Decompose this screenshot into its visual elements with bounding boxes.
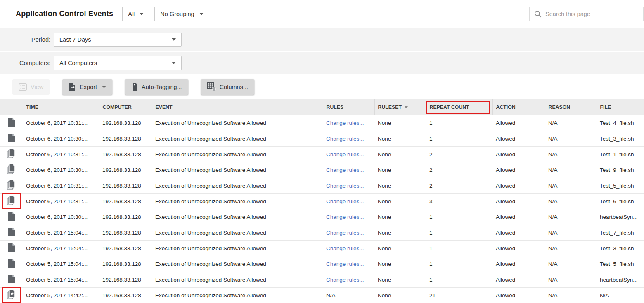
period-select[interactable]: Last 7 Days — [54, 33, 182, 47]
event-cell: Execution of Unrecognized Software Allow… — [152, 287, 323, 303]
event-icon-box — [3, 257, 20, 271]
period-value: Last 7 Days — [59, 36, 91, 43]
grouping-dropdown[interactable]: No Grouping — [154, 7, 209, 21]
reason-cell: N/A — [545, 131, 597, 146]
event-row[interactable]: October 5, 2017 15:04:...192.168.33.128E… — [0, 272, 644, 287]
columns-button[interactable]: Columns... — [201, 79, 254, 95]
time-cell: October 5, 2017 15:04:... — [23, 272, 99, 287]
sort-descending-icon — [405, 106, 408, 108]
column-header-event[interactable]: EVENT — [152, 99, 323, 115]
file-cell: Test_3_file.sh — [597, 240, 644, 256]
column-header-computer[interactable]: COMPUTER — [99, 99, 152, 115]
rules-cell: Change rules... — [323, 225, 374, 240]
change-rules-link[interactable]: Change rules... — [326, 198, 364, 204]
time-cell: October 6, 2017 10:30:... — [23, 162, 99, 178]
repeat-count-cell: 1 — [426, 225, 492, 240]
reason-cell: N/A — [545, 209, 597, 225]
auto-tagging-button-label: Auto-Tagging... — [142, 84, 182, 90]
event-row[interactable]: October 5, 2017 14:42:...192.168.33.128E… — [0, 287, 644, 303]
event-cell: Execution of Unrecognized Software Allow… — [152, 240, 323, 256]
file-cell: heartbeatSyn... — [597, 209, 644, 225]
event-icon-box — [3, 116, 20, 130]
computer-cell: 192.168.33.128 — [99, 193, 152, 209]
chevron-down-icon — [172, 62, 176, 64]
ruleset-cell: None — [374, 131, 426, 146]
event-cell: Execution of Unrecognized Software Allow… — [152, 209, 323, 225]
event-icon-cell — [0, 256, 23, 272]
event-row[interactable]: October 5, 2017 15:04:...192.168.33.128E… — [0, 256, 644, 272]
column-header-label: COMPUTER — [103, 104, 132, 110]
event-row[interactable]: October 5, 2017 15:04:...192.168.33.128E… — [0, 225, 644, 240]
event-row[interactable]: October 6, 2017 10:30:...192.168.33.128E… — [0, 131, 644, 146]
event-icon-box — [3, 241, 20, 255]
export-document-icon — [69, 83, 76, 91]
change-rules-link[interactable]: Change rules... — [326, 120, 364, 126]
change-rules-link[interactable]: Change rules... — [326, 214, 364, 220]
column-header-action[interactable]: ACTION — [492, 99, 545, 115]
annotation-box-row-icon — [3, 288, 20, 302]
event-icon-box — [3, 225, 20, 240]
page-title: Application Control Events — [16, 9, 113, 18]
ruleset-cell: None — [374, 178, 426, 193]
column-header-label: REASON — [549, 104, 571, 110]
event-row[interactable]: October 6, 2017 10:31:...192.168.33.128E… — [0, 115, 644, 131]
ruleset-cell: None — [374, 193, 426, 209]
reason-cell: N/A — [545, 193, 597, 209]
time-cell: October 5, 2017 14:42:... — [23, 287, 99, 303]
change-rules-link[interactable]: Change rules... — [326, 245, 364, 251]
event-row[interactable]: October 6, 2017 10:30:...192.168.33.128E… — [0, 209, 644, 225]
change-rules-link[interactable]: Change rules... — [326, 277, 364, 283]
change-rules-link[interactable]: Change rules... — [326, 230, 364, 236]
file-cell: Test_6_file.sh — [597, 193, 644, 209]
column-header-label: RULES — [327, 104, 344, 110]
column-header-time[interactable]: TIME — [23, 99, 99, 115]
computer-cell: 192.168.33.128 — [99, 256, 152, 272]
ruleset-cell: None — [374, 209, 426, 225]
icon-column-header — [0, 99, 23, 115]
search-input[interactable] — [545, 11, 639, 17]
reason-cell: N/A — [545, 272, 597, 287]
column-header-label: EVENT — [156, 104, 173, 110]
action-cell: Allowed — [492, 146, 545, 162]
computer-cell: 192.168.33.128 — [99, 162, 152, 178]
column-header-repeat_count[interactable]: REPEAT COUNT — [426, 99, 492, 115]
change-rules-link[interactable]: Change rules... — [326, 183, 364, 189]
column-header-file[interactable]: FILE — [597, 99, 644, 115]
column-header-rules[interactable]: RULES — [323, 99, 374, 115]
severity-filter-dropdown[interactable]: All — [122, 7, 149, 21]
change-rules-link[interactable]: Change rules... — [326, 167, 364, 173]
page-search[interactable] — [529, 7, 644, 21]
export-button[interactable]: Export — [62, 79, 112, 95]
repeat-count-cell: 2 — [426, 162, 492, 178]
file-cell: Test_3_file.sh — [597, 131, 644, 146]
event-cell: Execution of Unrecognized Software Allow… — [152, 131, 323, 146]
time-cell: October 6, 2017 10:31:... — [23, 115, 99, 131]
time-cell: October 6, 2017 10:30:... — [23, 209, 99, 225]
event-cell: Execution of Unrecognized Software Allow… — [152, 162, 323, 178]
search-icon — [534, 10, 542, 18]
column-header-reason[interactable]: REASON — [545, 99, 597, 115]
event-row[interactable]: October 6, 2017 10:31:...192.168.33.128E… — [0, 146, 644, 162]
event-document-icon — [7, 211, 15, 222]
change-rules-link[interactable]: Change rules... — [326, 151, 364, 157]
event-icon-cell — [0, 178, 23, 193]
event-icon-cell — [0, 146, 23, 162]
event-icon-box — [3, 147, 20, 161]
event-row[interactable]: October 6, 2017 10:31:...192.168.33.128E… — [0, 178, 644, 193]
repeat-count-cell: 21 — [426, 287, 492, 303]
event-cell: Execution of Unrecognized Software Allow… — [152, 225, 323, 240]
event-document-stack-icon — [6, 164, 17, 176]
event-row[interactable]: October 6, 2017 10:30:...192.168.33.128E… — [0, 162, 644, 178]
column-header-ruleset[interactable]: RULESET — [374, 99, 426, 115]
change-rules-link[interactable]: Change rules... — [326, 261, 364, 267]
event-cell: Execution of Unrecognized Software Allow… — [152, 115, 323, 131]
auto-tagging-button[interactable]: Auto-Tagging... — [125, 79, 188, 95]
event-row[interactable]: October 6, 2017 10:31:...192.168.33.128E… — [0, 193, 644, 209]
repeat-count-cell: 1 — [426, 115, 492, 131]
computers-select[interactable]: All Computers — [54, 56, 182, 70]
event-icon-cell — [0, 287, 23, 303]
event-row[interactable]: October 5, 2017 15:04:...192.168.33.128E… — [0, 240, 644, 256]
file-cell: N/A — [597, 287, 644, 303]
change-rules-link[interactable]: Change rules... — [326, 136, 364, 142]
event-cell: Execution of Unrecognized Software Allow… — [152, 193, 323, 209]
